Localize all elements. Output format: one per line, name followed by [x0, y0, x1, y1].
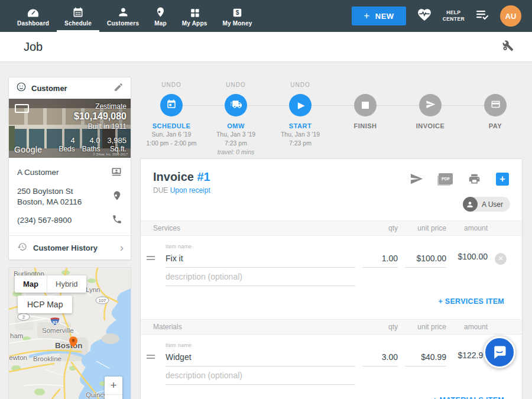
google-logo: Google — [14, 145, 43, 154]
line-amount: $100.00 — [453, 252, 488, 268]
step-label[interactable]: PAY — [463, 122, 528, 129]
new-button[interactable]: + NEW — [352, 7, 406, 25]
timeline-step-omw: UNDO OMW Thu, Jan 3 '19 7:23 pm travel: … — [203, 82, 268, 156]
step-travel: travel: 0 mins — [203, 148, 268, 156]
chevron-right-icon: › — [120, 242, 124, 253]
map-type-map-button[interactable]: Map — [15, 275, 47, 293]
unit-price-input[interactable] — [405, 352, 446, 366]
help-center-link[interactable]: HELP CENTER — [443, 9, 465, 22]
zoom-out-button[interactable]: − — [105, 394, 122, 399]
customer-card: Customer Zestimate $10,149,080 Built in … — [8, 77, 131, 260]
invoice-actions: PDF + — [410, 172, 509, 186]
invoice-step-button[interactable] — [419, 94, 442, 116]
undo-link[interactable]: UNDO — [139, 82, 204, 89]
edit-pencil-icon[interactable] — [113, 82, 124, 95]
step-label[interactable]: SCHEDULE — [139, 122, 204, 129]
step-label[interactable]: OMW — [203, 122, 268, 129]
map-type-hybrid-button[interactable]: Hybrid — [47, 275, 86, 293]
truck-icon — [231, 99, 242, 112]
address-line1: 250 Boylston St — [17, 187, 73, 196]
phone-icon[interactable] — [112, 214, 122, 227]
step-date: Thu, Jan 3 '19 — [268, 131, 333, 138]
qty-input[interactable] — [362, 352, 398, 366]
nav-utilities: + NEW HELP CENTER AU — [352, 0, 532, 32]
item-name-label: Item name — [166, 244, 355, 249]
route-shield-107: 107 — [95, 296, 109, 304]
services-section-header: Services qty unit price amount — [141, 220, 522, 236]
customer-history-row[interactable]: Customer History › — [9, 236, 131, 259]
nav-item-dashboard[interactable]: Dashboard — [9, 0, 57, 32]
svg-text:$: $ — [236, 9, 239, 16]
map-label: Quincy — [86, 391, 107, 398]
page-title: Job — [24, 40, 43, 54]
add-invoice-item-button[interactable]: + — [496, 173, 509, 186]
location-pin-icon[interactable] — [112, 190, 122, 204]
contact-card-icon[interactable] — [111, 166, 122, 180]
pay-step-button[interactable] — [484, 94, 507, 116]
street-view-toggle-icon[interactable] — [15, 104, 29, 113]
omw-step-button[interactable] — [225, 94, 247, 116]
add-materials-item-link[interactable]: + MATERIALS ITEM — [433, 396, 504, 399]
activity-feed-icon[interactable] — [475, 9, 489, 23]
item-name-input[interactable] — [166, 254, 355, 268]
drag-handle[interactable] — [147, 355, 158, 359]
step-label[interactable]: INVOICE — [398, 122, 463, 129]
zoom-in-button[interactable]: + — [105, 377, 122, 394]
qty-input[interactable] — [362, 254, 398, 268]
undo-link[interactable]: UNDO — [203, 82, 268, 89]
person-icon — [117, 5, 129, 18]
map-zoom-control: + − — [105, 377, 122, 399]
chat-bubble-button[interactable] — [484, 336, 515, 368]
hcp-map-button[interactable]: HCP Map — [18, 296, 72, 313]
step-label[interactable]: START — [268, 122, 333, 129]
nav-item-my-money[interactable]: $ My Money — [215, 0, 259, 32]
send-invoice-icon[interactable] — [410, 172, 423, 186]
print-icon[interactable] — [468, 173, 481, 185]
job-settings-wrench-icon[interactable] — [501, 39, 514, 54]
undo-link[interactable]: UNDO — [268, 82, 333, 89]
customer-address: 250 Boylston StBoston, MA 02116 — [17, 186, 107, 207]
due-line: DUE Upon receipt — [153, 186, 510, 194]
delete-line-button[interactable]: × — [495, 253, 507, 265]
health-pulse-icon[interactable] — [417, 8, 432, 24]
beds-value: 4 — [59, 136, 74, 145]
invoice-card: Invoice #1 DUE Upon receipt PDF + A User — [140, 158, 523, 399]
primary-nav: Dashboard Schedule Customers Map My Apps — [0, 0, 259, 32]
calendar-icon — [166, 99, 177, 112]
map-marker-pin[interactable] — [69, 336, 77, 348]
timeline-step-start: UNDO ▶ START Thu, Jan 3 '19 7:23 pm — [268, 82, 333, 147]
finish-step-button[interactable] — [354, 94, 377, 116]
col-qty: qty — [362, 224, 398, 232]
customer-phone: (234) 567-8900 — [17, 215, 107, 226]
drag-handle[interactable] — [147, 256, 158, 260]
add-services-item-link[interactable]: + SERVICES ITEM — [438, 297, 504, 306]
service-description-row — [141, 268, 522, 286]
item-name-label: Item name — [166, 342, 355, 348]
pdf-icon[interactable]: PDF — [439, 173, 453, 184]
job-status-timeline: UNDO SCHEDULE Sun, Jan 6 '19 1:00 pm - 2… — [140, 82, 523, 154]
nav-item-my-apps[interactable]: My Apps — [174, 0, 215, 32]
step-label[interactable]: FINISH — [333, 122, 398, 129]
material-description-row — [141, 366, 522, 385]
user-avatar[interactable]: AU — [500, 5, 521, 27]
schedule-step-button[interactable] — [160, 94, 183, 116]
description-input[interactable] — [166, 371, 355, 385]
baths-label: Baths — [82, 145, 100, 153]
undo-spacer — [463, 82, 528, 89]
svg-text:93: 93 — [53, 320, 57, 325]
description-input[interactable] — [166, 272, 355, 286]
col-unit-price: unit price — [405, 323, 446, 331]
built-year: Built in 1911 — [74, 123, 126, 131]
assigned-user-name: A User — [478, 200, 510, 209]
timeline-step-pay: PAY — [463, 82, 528, 129]
start-step-button[interactable]: ▶ — [289, 94, 312, 116]
nav-item-map[interactable]: Map — [147, 0, 174, 32]
due-value-link[interactable]: Upon receipt — [170, 186, 210, 194]
assigned-user-chip[interactable]: A User — [463, 197, 510, 212]
item-name-input[interactable] — [166, 352, 355, 366]
unit-price-input[interactable] — [405, 254, 446, 268]
nav-item-schedule[interactable]: Schedule — [57, 0, 99, 32]
nav-item-customers[interactable]: Customers — [99, 0, 147, 32]
undo-spacer — [333, 82, 398, 89]
help-line1: HELP — [443, 9, 465, 16]
